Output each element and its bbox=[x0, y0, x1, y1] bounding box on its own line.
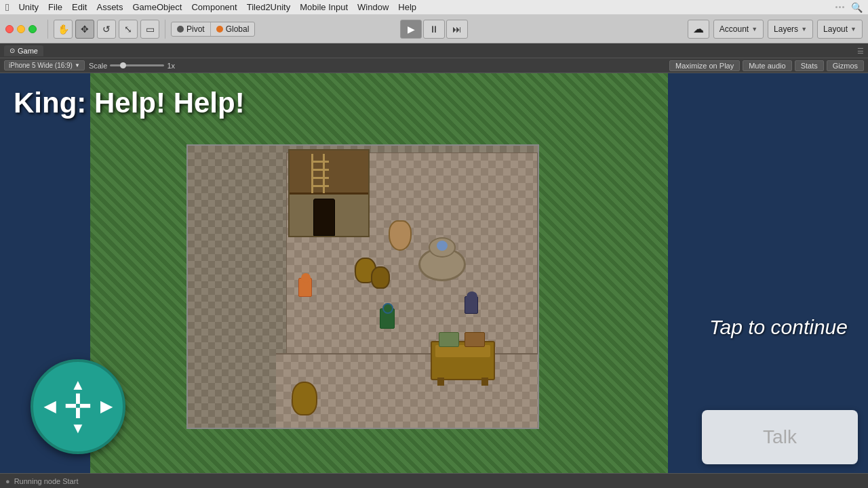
aspect-dropdown[interactable]: iPhone 5 Wide (16:9) ▼ bbox=[4, 60, 85, 70]
game-viewport[interactable]: King: Help! Help! Tap to continue ✛ ▲ ▼ bbox=[0, 73, 868, 474]
maximize-on-play-button[interactable]: Maximize on Play bbox=[669, 60, 740, 71]
step-icon: ⏭ bbox=[452, 24, 462, 35]
game-tab[interactable]: ⊙ Game bbox=[4, 45, 43, 56]
cloud-button[interactable]: ☁ bbox=[688, 20, 709, 39]
play-button[interactable]: ▶ bbox=[400, 20, 422, 39]
pause-button[interactable]: ⏸ bbox=[423, 20, 445, 39]
building-door bbox=[313, 199, 335, 236]
character-dark bbox=[465, 296, 478, 314]
dpad-arrows-icon: ✛ bbox=[64, 387, 92, 426]
rect-tool-button[interactable]: ▭ bbox=[140, 20, 159, 39]
scale-tool-button[interactable]: ⤡ bbox=[119, 20, 138, 39]
character-green bbox=[380, 308, 395, 329]
fullscreen-button[interactable] bbox=[28, 25, 37, 33]
game-tab-bar: ⊙ Game ☰ bbox=[0, 43, 868, 58]
pivot-global-control[interactable]: Pivot Global bbox=[171, 22, 255, 37]
barrel-bottom bbox=[292, 382, 317, 415]
item-2 bbox=[465, 332, 485, 347]
rotate-tool-button[interactable]: ↺ bbox=[97, 20, 116, 39]
right-toolbar: ☁ Account ▼ Layers ▼ Layout ▼ bbox=[688, 20, 863, 39]
menu-help[interactable]: Help bbox=[398, 2, 416, 12]
play-icon: ▶ bbox=[408, 24, 415, 35]
close-button[interactable] bbox=[5, 25, 14, 33]
more-options-icon[interactable] bbox=[834, 5, 846, 9]
directional-pad[interactable]: ✛ bbox=[31, 359, 125, 454]
status-bar: ● Running node Start bbox=[0, 473, 868, 488]
panel-right-buttons: Maximize on Play Mute audio Stats Gizmos bbox=[669, 60, 864, 71]
building bbox=[288, 149, 370, 237]
narrative-text: King: Help! Help! bbox=[14, 87, 245, 119]
unity-toolbar: ✋ ✥ ↺ ⤡ ▭ Pivot Global ▶ ⏸ ⏭ ☁ Account ▼ bbox=[0, 15, 868, 43]
menu-bar:  Unity File Edit Assets GameObject Comp… bbox=[0, 0, 868, 15]
move-tool-button[interactable]: ✥ bbox=[75, 20, 94, 39]
ladder bbox=[311, 154, 325, 193]
hand-tool-button[interactable]: ✋ bbox=[54, 20, 73, 39]
chest bbox=[439, 332, 459, 347]
pivot-button[interactable]: Pivot bbox=[172, 22, 211, 36]
scale-control: Scale 1x bbox=[89, 62, 175, 70]
character-orange bbox=[298, 278, 312, 297]
editor-area: ⊙ Game ☰ iPhone 5 Wide (16:9) ▼ Scale 1x… bbox=[0, 43, 868, 474]
game-tab-icon: ⊙ bbox=[9, 47, 15, 54]
menu-mobileinput[interactable]: Mobile Input bbox=[300, 2, 348, 12]
chevron-down-icon: ▼ bbox=[801, 26, 807, 33]
minimize-button[interactable] bbox=[17, 25, 25, 33]
mute-audio-button[interactable]: Mute audio bbox=[743, 60, 791, 71]
status-text: Running node Start bbox=[14, 477, 79, 485]
layout-dropdown[interactable]: Layout ▼ bbox=[817, 20, 863, 39]
menu-window[interactable]: Window bbox=[357, 2, 389, 12]
gizmos-button[interactable]: Gizmos bbox=[827, 60, 864, 71]
pause-icon: ⏸ bbox=[429, 24, 439, 35]
step-button[interactable]: ⏭ bbox=[446, 20, 468, 39]
chevron-down-icon: ▼ bbox=[751, 26, 757, 33]
global-button[interactable]: Global bbox=[211, 22, 255, 36]
account-dropdown[interactable]: Account ▼ bbox=[713, 20, 764, 39]
menu-component[interactable]: Component bbox=[191, 2, 237, 12]
menu-assets[interactable]: Assets bbox=[96, 2, 123, 12]
search-icon[interactable]: 🔍 bbox=[851, 2, 863, 13]
layers-dropdown[interactable]: Layers ▼ bbox=[768, 20, 813, 39]
panel-maximize[interactable]: ☰ bbox=[857, 45, 864, 56]
apple-menu[interactable]:  bbox=[5, 1, 9, 13]
talk-button-container: Talk bbox=[702, 410, 858, 464]
panel-options-row: iPhone 5 Wide (16:9) ▼ Scale 1x Maximize… bbox=[0, 58, 868, 73]
talk-button[interactable]: Talk bbox=[702, 410, 858, 464]
dpad-container: ✛ ▲ ▼ ◀ ▶ bbox=[31, 359, 125, 454]
game-panel: ⊙ Game ☰ iPhone 5 Wide (16:9) ▼ Scale 1x… bbox=[0, 43, 868, 474]
scale-slider[interactable] bbox=[110, 64, 164, 66]
chevron-down-icon: ▼ bbox=[75, 62, 80, 68]
status-running-icon: ● bbox=[5, 477, 10, 485]
blue-right-top bbox=[668, 73, 868, 287]
menu-file[interactable]: File bbox=[48, 2, 62, 12]
menu-tiled2unity[interactable]: Tiled2Unity bbox=[247, 2, 291, 12]
stats-button[interactable]: Stats bbox=[795, 60, 824, 71]
menu-gameobject[interactable]: GameObject bbox=[132, 2, 182, 12]
building-roof bbox=[290, 150, 368, 195]
barrel-2 bbox=[371, 266, 390, 289]
menu-edit[interactable]: Edit bbox=[72, 2, 87, 12]
game-map bbox=[186, 144, 539, 429]
menu-unity[interactable]: Unity bbox=[18, 2, 39, 12]
tap-continue-text: Tap to continue bbox=[709, 316, 848, 339]
large-pot bbox=[389, 220, 412, 251]
chevron-down-icon: ▼ bbox=[850, 26, 856, 33]
